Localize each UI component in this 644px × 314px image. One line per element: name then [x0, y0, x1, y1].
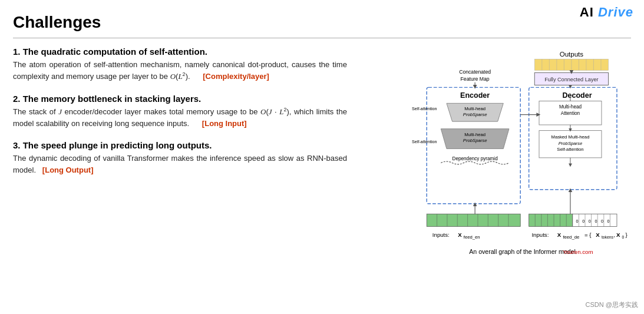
mha-label: Multi-head	[559, 104, 582, 110]
input-de-comma: ,	[613, 232, 615, 238]
title-divider	[13, 38, 631, 38]
challenge-1: 1. The quadratic computation of self-att…	[13, 47, 347, 83]
input-de-close: }	[625, 232, 628, 238]
outputs-label: Outputs	[560, 51, 584, 58]
dec-zero2: 0	[582, 219, 584, 224]
input-en-label: Inputs:	[432, 232, 450, 238]
masked-label1: Masked Multi-head	[551, 134, 589, 140]
encoder-title: Encoder	[460, 91, 490, 100]
input-de-sub: feed_de	[563, 234, 579, 240]
fully-connected-label: Fully Connected Layer	[544, 77, 598, 82]
page-title: Challenges	[13, 13, 631, 32]
enc-sa1: Self-attention	[412, 106, 437, 111]
output-grid	[534, 59, 608, 70]
enc-attn2-l2: ProbSparse	[463, 138, 487, 143]
diagram-wrapper: Outputs	[353, 47, 631, 293]
masked-label3: Self-attention	[557, 147, 583, 152]
enc-attn2-l1: Multi-head	[464, 132, 486, 137]
enc-attn1-l1: Multi-head	[464, 106, 486, 111]
enc-sa2: Self-attention	[412, 139, 437, 144]
svg-rect-24	[427, 214, 520, 226]
math-2c: J	[269, 107, 272, 116]
right-column: Outputs	[353, 47, 631, 308]
input-de-x: X	[557, 232, 562, 238]
input-de-label: Inputs:	[531, 232, 549, 238]
math-1b: L	[178, 72, 182, 81]
youren-text: Youren.com	[563, 249, 593, 255]
mha-label2: Attention	[561, 111, 580, 116]
dec-zero3: 0	[589, 219, 591, 224]
challenge-2: 2. The memory bottleneck in stacking lay…	[13, 94, 347, 130]
left-column: 1. The quadratic computation of self-att…	[13, 47, 353, 308]
input-en-sub: feed_en	[464, 234, 480, 240]
input-de-sub3: 0	[622, 235, 625, 239]
input-en-x: X	[458, 232, 462, 238]
math-2b: O	[260, 107, 266, 116]
challenge-1-body: The atom operation of self-attention mec…	[13, 59, 347, 83]
tag-complexity: [Complexity/layer]	[203, 72, 269, 81]
concat-label1: Concatenated	[459, 69, 491, 75]
input-de-eq: = {	[584, 232, 592, 238]
decoder-input-grid: 0 0 0 0 0 0	[529, 214, 617, 226]
challenge-3: 3. The speed plunge in predicting long o…	[13, 140, 347, 176]
math-1: O	[170, 72, 176, 81]
decoder-title: Decoder	[562, 91, 592, 100]
challenge-2-title: 2. The memory bottleneck in stacking lay…	[13, 94, 347, 104]
input-de-x0: X	[616, 232, 620, 238]
challenge-3-title: 3. The speed plunge in predicting long o…	[13, 140, 347, 150]
dec-zero1: 0	[576, 219, 579, 224]
dec-zero6: 0	[607, 219, 610, 224]
math-2: J	[58, 107, 62, 116]
svg-rect-34	[529, 214, 573, 226]
challenge-1-title: 1. The quadratic computation of self-att…	[13, 47, 347, 57]
logo-text: Drive	[598, 5, 633, 19]
page-container: AI Drive Challenges 1. The quadratic com…	[0, 0, 644, 314]
tag-long-input: [Long Input]	[202, 119, 247, 128]
challenge-3-body: The dynamic decoding of vanilla Transfor…	[13, 153, 347, 176]
dec-zero5: 0	[601, 219, 603, 224]
csdn-tag: CSDN @思考实践	[586, 300, 638, 309]
concat-label2: Feature Map	[461, 76, 490, 82]
tag-long-output: [Long Output]	[42, 166, 94, 174]
challenge-2-body: The stack of J encoder/decoder layer mak…	[13, 106, 347, 130]
diagram-caption: An overall graph of the Informer model.	[469, 248, 577, 255]
logo-area: AI Drive	[580, 5, 633, 20]
masked-label2: ProbSparse	[559, 141, 583, 146]
enc-attn1-l2: ProbSparse	[463, 112, 487, 117]
input-de-sub2: tokens	[602, 235, 613, 239]
dec-zero4: 0	[595, 219, 597, 224]
input-de-xtokens: X	[596, 232, 600, 238]
diagram-svg: Outputs	[353, 47, 631, 290]
encoder-input-grid	[427, 214, 520, 226]
dep-pyramid-label: Dependency pyramid	[452, 156, 498, 161]
content-columns: 1. The quadratic computation of self-att…	[13, 47, 631, 308]
